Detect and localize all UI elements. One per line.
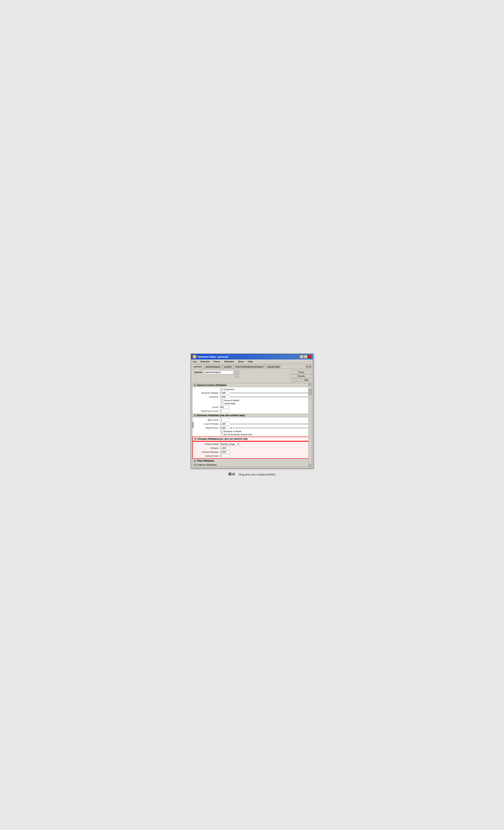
dynamics-weight-slider[interactable] (230, 392, 310, 394)
max-count-row: Max Count -1 (192, 418, 312, 422)
menu-help[interactable]: Help (247, 360, 254, 363)
lifespan-label: Lifespan (194, 447, 220, 449)
page-container: ☀ Attribute Editor: particle2 ─ □ ✕ List… (0, 0, 504, 830)
count-value[interactable]: 483 (219, 406, 229, 409)
icon-buttons: ↵ ↳ (234, 370, 239, 378)
die-on-emission-label: Die On Emission Volume Exit (224, 434, 252, 436)
left-resize-handle[interactable] (192, 422, 194, 428)
menu-focus[interactable]: Focus (213, 360, 221, 363)
count-row: Count 483 (192, 405, 312, 409)
lifespan-random-label: Lifespan Random (194, 451, 220, 453)
forces-in-world-checkbox[interactable] (221, 399, 223, 402)
tab-arrows: ◄ ► (306, 365, 312, 369)
tab-prev-button[interactable]: ◄ (306, 365, 309, 369)
scrollbar-thumb[interactable] (309, 389, 312, 395)
general-section-title: General Control Attributes (197, 384, 226, 387)
level-of-detail-value[interactable]: 1.000 (219, 422, 229, 425)
is-dynamic-row: Is Dynamic (192, 388, 312, 391)
emission-collapse-arrow[interactable]: ▼ (194, 414, 196, 417)
level-of-detail-slider[interactable] (230, 423, 310, 425)
title-controls: ─ □ ✕ (300, 355, 311, 358)
general-seed-value[interactable]: 0 (220, 454, 230, 457)
lifespan-mode-value: Random range (221, 443, 235, 445)
icon-button-2[interactable]: ↳ (234, 374, 239, 378)
cache-data-row: Cache Data (192, 402, 312, 405)
die-on-emission-row: Die On Emission Volume Exit (192, 433, 312, 436)
app-icon: ☀ (193, 355, 196, 358)
forces-in-world-label: Forces In World (224, 399, 239, 402)
lifespan-strikethrough: Lifespan Attributes (197, 438, 219, 440)
lifespan-mode-label: Lifespan Mode (194, 443, 220, 445)
hide-button[interactable]: Hide (302, 378, 311, 382)
max-count-label: Max Count (194, 419, 219, 421)
icon-button-1[interactable]: ↵ (234, 370, 239, 374)
presets-button[interactable]: Presets (291, 374, 311, 378)
die-on-emission-checkbox[interactable] (221, 434, 223, 436)
time-section-header: ► Time Attributes (192, 459, 312, 463)
lifespan-mode-row: Lifespan Mode Random range (193, 442, 311, 446)
general-collapse-arrow[interactable]: ▼ (194, 384, 196, 386)
lifespan-section-content: Lifespan Mode Random range Lifespan 1.80… (192, 441, 312, 459)
dynamics-weight-value[interactable]: 1.000 (219, 391, 229, 394)
maximize-button[interactable]: □ (304, 355, 307, 358)
menu-list[interactable]: List (192, 360, 197, 363)
lifespan-collapse-arrow[interactable]: ▼ (194, 438, 196, 440)
inherit-factor-slider[interactable] (230, 427, 310, 429)
window-title: Attribute Editor: particle2 (197, 355, 228, 358)
dropdown-arrow-icon (237, 444, 239, 445)
emission-in-world-checkbox-area: Emission In World (221, 430, 241, 433)
caption-row: 图19 blog.sina.com.cn/qiaoxixi0501 (228, 472, 276, 476)
forces-in-world-row: Forces In World (192, 399, 312, 402)
lifespan-section-title-strikethrough: Lifespan Attributes(see also per-particl… (197, 438, 248, 440)
close-button[interactable]: ✕ (308, 355, 311, 358)
focus-button[interactable]: Focus (291, 370, 311, 374)
dynamics-weight-row: Dynamics Weight 1.000 (192, 391, 312, 395)
conserve-value[interactable]: 1.000 (219, 395, 229, 398)
inherit-factor-label: Inherit Factor (194, 427, 219, 429)
emission-section-title: Emission Attributes (see also emitter ta… (197, 414, 245, 417)
content-area: particle: ↵ ↳ Focus Presets Show Hide (191, 369, 313, 468)
count-label: Count (194, 406, 219, 408)
menu-attributes[interactable]: Attributes (223, 360, 235, 363)
time-section-title: Time Attributes (197, 459, 214, 462)
tab-emitter2[interactable]: emitter2 (222, 365, 233, 369)
tab-threetonebrightnessshader1[interactable]: threeToneBrightnessShader1 (234, 365, 265, 369)
max-count-value[interactable]: -1 (219, 418, 229, 421)
collision-section-title: Collision Attributes (197, 464, 217, 466)
tab-gravityfield1[interactable]: gravityField1 (265, 365, 281, 369)
collision-section-arrow[interactable]: ▼ (194, 464, 196, 466)
menu-show[interactable]: Show (237, 360, 245, 363)
tab-next-button[interactable]: ► (309, 365, 312, 369)
scrollbar[interactable]: ▲ ▼ (308, 383, 312, 467)
conserve-slider[interactable] (230, 396, 310, 398)
total-event-count-value[interactable]: 0 (219, 410, 229, 413)
minimize-button[interactable]: ─ (300, 355, 304, 358)
tab-particle2[interactable]: particle2 (192, 364, 204, 369)
particle-input[interactable] (204, 370, 233, 374)
lifespan-mode-dropdown[interactable]: Random range (220, 443, 240, 446)
dynamics-weight-label: Dynamics Weight (194, 392, 219, 394)
menu-selected[interactable]: Selected (200, 360, 211, 363)
caption-url: blog.sina.com.cn/qiaoxixi0501 (239, 473, 276, 476)
forces-in-world-checkbox-area: Forces In World (221, 399, 239, 402)
caption-number: 图19 (228, 472, 235, 476)
show-button[interactable]: Show (291, 378, 301, 382)
total-event-count-label: Total Event Count (194, 410, 219, 412)
cache-data-checkbox[interactable] (221, 402, 223, 405)
tab-particleshape2[interactable]: particleShape2 (204, 365, 222, 369)
scroll-up-arrow[interactable]: ▲ (309, 383, 312, 386)
conserve-row: Conserve 1.000 (192, 395, 312, 399)
emission-in-world-checkbox[interactable] (221, 430, 223, 433)
particle-label: particle: (193, 370, 202, 374)
time-section-arrow[interactable]: ► (194, 460, 196, 462)
general-seed-label: General Seed (194, 455, 220, 457)
emission-section-header: ▼ Emission Attributes (see also emitter … (192, 413, 312, 418)
scroll-down-arrow[interactable]: ▼ (309, 464, 312, 467)
inherit-factor-value[interactable]: 0.000 (219, 426, 229, 429)
is-dynamic-checkbox[interactable] (221, 388, 223, 390)
lifespan-value[interactable]: 1.800 (220, 446, 230, 450)
lifespan-random-value[interactable]: 0.500 (220, 450, 230, 453)
lifespan-section-header: ▼ Lifespan Attributes(see also per-parti… (192, 437, 312, 441)
menubar: List Selected Focus Attributes Show Help (191, 359, 313, 364)
lifespan-row: Lifespan 1.800 (193, 446, 311, 450)
